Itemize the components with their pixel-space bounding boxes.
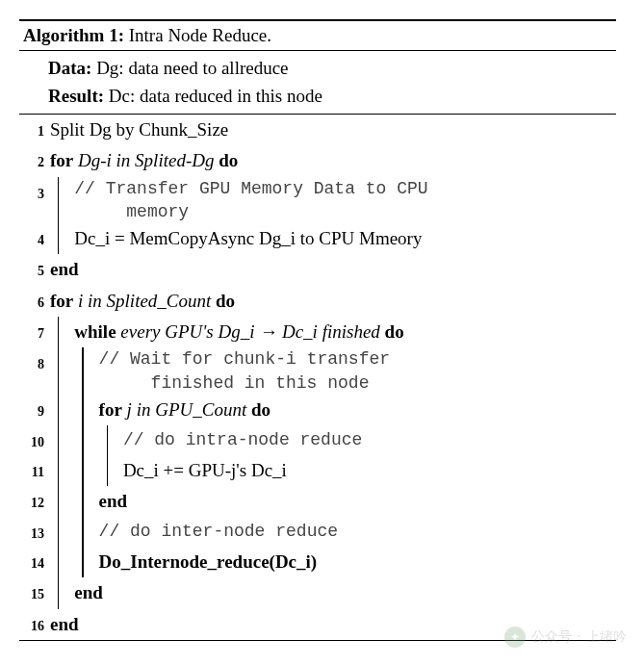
line-content: Dc_i += GPU-j's Dc_i [44, 455, 616, 486]
keyword-for: for [99, 399, 122, 420]
algorithm-io-block: Data: Dg: data need to allreduce Result:… [19, 51, 616, 114]
keyword-end: end [74, 582, 103, 602]
line-content: // do inter-node reduce [44, 517, 616, 547]
code-line: 15 end [19, 577, 616, 608]
comment-line: // Wait for chunk-i transfer [99, 347, 616, 371]
algorithm-number: Algorithm 1: [23, 25, 124, 45]
code-line: 6 for i in Splited_Count do [19, 286, 616, 317]
code-line: 11 Dc_i += GPU-j's Dc_i [19, 455, 616, 486]
code-line: 10 // do intra-node reduce [19, 425, 616, 455]
line-number: 14 [19, 547, 44, 575]
algorithm-body: 1 Split Dg by Chunk_Size 2 for Dg-i in S… [19, 115, 616, 640]
line-number: 7 [19, 317, 44, 345]
keyword-for: for [50, 291, 73, 311]
statement: Dc_i = MemCopyAsync Dg_i to CPU Mmeory [74, 223, 616, 254]
line-content: Split Dg by Chunk_Size [44, 115, 616, 145]
keyword-do: do [219, 150, 238, 170]
text: Split Dg by Chunk_Size [50, 119, 228, 140]
line-content: end [44, 577, 616, 608]
result-text: Dc: data reduced in this node [109, 86, 322, 106]
cond-part: Dc_i finished [282, 321, 380, 342]
data-line: Data: Dg: data need to allreduce [48, 55, 612, 83]
code-line: 14 Do_Internode_reduce(Dc_i) [19, 547, 616, 577]
watermark-name: 上堵吟 [586, 628, 627, 646]
algorithm-box: Algorithm 1: Intra Node Reduce. Data: Dg… [19, 19, 616, 641]
code-line: 12 end [19, 486, 616, 517]
line-content: for i in Splited_Count do [44, 286, 616, 317]
code-line: 4 Dc_i = MemCopyAsync Dg_i to CPU Mmeory [19, 223, 616, 254]
code-line: 2 for Dg-i in Splited-Dg do [19, 145, 616, 176]
line-content: for j in GPU_Count do [44, 395, 616, 425]
loop-condition: i in Splited_Count [78, 291, 211, 311]
code-line: 8 // Wait for chunk-i transfer finished … [19, 347, 616, 395]
line-number: 11 [19, 455, 44, 484]
arrow-icon: → [259, 321, 277, 342]
line-content: end [44, 254, 616, 285]
line-content: while every GPU's Dg_i → Dc_i finished d… [44, 317, 616, 347]
statement: for j in GPU_Count do [99, 395, 616, 425]
line-number: 13 [19, 517, 44, 546]
code-line: 1 Split Dg by Chunk_Size [19, 115, 616, 145]
loop-condition: Dg-i in Splited-Dg [78, 150, 214, 170]
line-number: 10 [19, 425, 44, 454]
line-number: 6 [19, 286, 44, 315]
code-line: 3 // Transfer GPU Memory Data to CPU mem… [19, 177, 616, 224]
cond-part: every GPU's Dg_i [120, 321, 254, 342]
code-line: 13 // do inter-node reduce [19, 517, 616, 547]
comment-line: finished in this node [99, 371, 616, 395]
line-number: 3 [19, 177, 44, 206]
line-number: 12 [19, 486, 44, 515]
keyword-while: while [74, 321, 116, 342]
line-number: 5 [19, 254, 44, 283]
comment: // do intra-node reduce [123, 425, 616, 455]
line-content: // Transfer GPU Memory Data to CPU memor… [44, 177, 616, 224]
line-number: 4 [19, 223, 44, 252]
line-content: for Dg-i in Splited-Dg do [44, 145, 616, 176]
line-number: 15 [19, 577, 44, 606]
statement: Dc_i += GPU-j's Dc_i [123, 455, 616, 486]
keyword-end: end [99, 491, 128, 511]
data-text: Dg: data need to allreduce [96, 58, 288, 78]
line-content: // Wait for chunk-i transfer finished in… [44, 347, 616, 395]
comment: // Transfer GPU Memory Data to CPU memor… [74, 177, 616, 224]
line-number: 1 [19, 115, 44, 143]
algorithm-name: Intra Node Reduce. [129, 25, 271, 45]
keyword-for: for [50, 150, 73, 170]
line-content: Do_Internode_reduce(Dc_i) [44, 547, 616, 577]
line-number: 2 [19, 145, 44, 174]
loop-condition: j in GPU_Count [127, 399, 247, 420]
line-content: end [44, 486, 616, 517]
line-number: 16 [19, 609, 44, 638]
watermark-label: 公众号 [531, 628, 572, 646]
line-content: Dc_i = MemCopyAsync Dg_i to CPU Mmeory [44, 223, 616, 254]
comment: // do inter-node reduce [99, 517, 616, 547]
data-label: Data: [48, 58, 91, 78]
watermark-sep: · [578, 629, 581, 645]
comment: // Wait for chunk-i transfer finished in… [99, 347, 616, 395]
code-line: 7 while every GPU's Dg_i → Dc_i finished… [19, 317, 616, 347]
line-number: 8 [19, 347, 44, 376]
result-line: Result: Dc: data reduced in this node [48, 83, 612, 111]
algorithm-title-line: Algorithm 1: Intra Node Reduce. [19, 21, 616, 50]
statement: while every GPU's Dg_i → Dc_i finished d… [74, 317, 616, 347]
keyword-do: do [385, 321, 404, 342]
wechat-icon: ✦ [504, 627, 526, 648]
keyword-do: do [216, 291, 235, 311]
result-label: Result: [48, 86, 104, 106]
keyword-end: end [50, 259, 79, 279]
watermark: ✦ 公众号 · 上堵吟 [504, 627, 628, 648]
code-line: 9 for j in GPU_Count do [19, 395, 616, 425]
code-line: 5 end [19, 254, 616, 285]
line-number: 9 [19, 395, 44, 423]
comment-line: memory [74, 200, 616, 223]
keyword-do: do [251, 399, 270, 420]
function-call: Do_Internode_reduce(Dc_i) [99, 551, 318, 572]
line-content: // do intra-node reduce [44, 425, 616, 455]
comment-line: // Transfer GPU Memory Data to CPU [74, 177, 616, 200]
keyword-end: end [50, 614, 79, 634]
